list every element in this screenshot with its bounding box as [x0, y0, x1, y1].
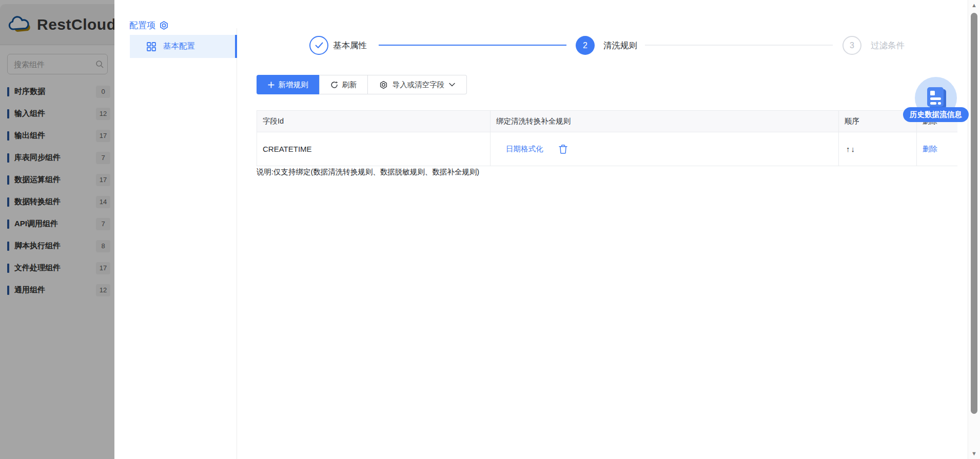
step-3-label: 过滤条件 [871, 40, 905, 51]
vertical-scrollbar: ▲ ▼ [968, 0, 980, 459]
trash-icon[interactable] [559, 145, 567, 154]
step-1-circle [309, 36, 328, 55]
plus-icon [268, 82, 275, 88]
scroll-thumb[interactable] [971, 13, 977, 414]
config-title: 配置项 [129, 19, 169, 31]
nav-divider [237, 28, 237, 459]
check-icon [315, 42, 323, 49]
step-2-circle: 2 [576, 36, 595, 55]
rules-table: 字段Id 绑定清洗转换补全规则 顺序 删除 CREATETIME 日期格式化 [257, 110, 957, 166]
step-2-label: 清洗规则 [603, 40, 637, 51]
step-3-circle: 3 [842, 36, 861, 55]
rules-toolbar: 新增规则 刷新 导入或清空字段 [257, 75, 467, 94]
cell-order: ↑ ↓ [839, 132, 917, 166]
settings-icon [159, 21, 169, 30]
config-nav-item-label: 基本配置 [163, 41, 195, 52]
config-nav: 配置项 基本配置 [114, 0, 237, 459]
config-modal: 配置项 基本配置 [114, 0, 968, 459]
cell-delete: 删除 [917, 132, 957, 166]
modal-backdrop [0, 0, 114, 459]
cell-field-id: CREATETIME [257, 132, 491, 166]
move-down-icon[interactable]: ↓ [851, 145, 856, 153]
move-up-icon[interactable]: ↑ [846, 145, 851, 153]
step-connector-pending [645, 45, 833, 46]
import-or-clear-label: 导入或清空字段 [393, 80, 445, 90]
grid-icon [147, 42, 156, 51]
refresh-button[interactable]: 刷新 [319, 75, 368, 94]
screen: RestCloud 时序数据 0 输入组件 12 [0, 0, 980, 459]
rule-link[interactable]: 日期格式化 [506, 144, 543, 154]
step-1-label: 基本属性 [333, 40, 367, 51]
components-sidebar: RestCloud 时序数据 0 输入组件 12 [0, 0, 114, 459]
step-3-number: 3 [850, 41, 854, 50]
note-text: 说明:仅支持绑定(数据清洗转换规则、数据脱敏规则、数据补全规则) [257, 167, 479, 177]
chevron-down-icon [449, 83, 455, 87]
data-flow-icon [925, 86, 947, 110]
table-header-row: 字段Id 绑定清洗转换补全规则 顺序 删除 [257, 111, 956, 132]
import-or-clear-button[interactable]: 导入或清空字段 [368, 75, 467, 94]
refresh-icon [330, 81, 338, 89]
table-row: CREATETIME 日期格式化 ↑ ↓ 删 [257, 132, 956, 166]
history-dataflow-badge[interactable]: 历史数据流信息 [903, 107, 969, 122]
step-2-number: 2 [583, 41, 587, 50]
refresh-label: 刷新 [342, 80, 357, 90]
add-rule-label: 新增规则 [279, 80, 308, 90]
delete-row-link[interactable]: 删除 [923, 144, 937, 154]
config-nav-item-basic[interactable]: 基本配置 [130, 35, 237, 58]
cell-rule: 日期格式化 [491, 132, 839, 166]
gear-icon [379, 81, 388, 89]
col-header-rule: 绑定清洗转换补全规则 [491, 111, 839, 132]
scroll-up-arrow[interactable]: ▲ [968, 2, 980, 8]
col-header-field-id: 字段Id [257, 111, 491, 132]
add-rule-button[interactable]: 新增规则 [257, 75, 319, 94]
scroll-down-arrow[interactable]: ▼ [968, 450, 980, 456]
step-connector-done [379, 45, 566, 46]
config-title-text: 配置项 [129, 19, 155, 31]
active-item-bar [235, 35, 237, 58]
